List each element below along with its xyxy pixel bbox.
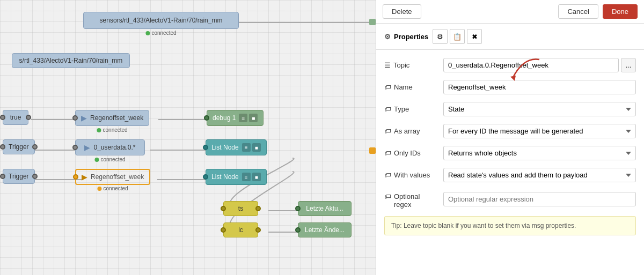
node-debug[interactable]: debug 1 ≡ ■: [207, 110, 264, 126]
port-right: [32, 144, 38, 150]
canvas-area: sensors/rtl_433/AlectoV1-Rain/70/rain_mm…: [0, 0, 376, 275]
with-values-row: 🏷 With values Read state's values and ad…: [384, 168, 636, 182]
node-trigger-2[interactable]: Trigger: [3, 169, 35, 184]
port-left: [204, 115, 209, 121]
tip-box: Tip: Leave topic blank if you want to se…: [384, 216, 636, 235]
node-menu-icon[interactable]: ≡: [242, 143, 251, 152]
toolbar: Delete Cancel Done: [376, 0, 644, 24]
name-icon: 🏷: [384, 83, 391, 91]
port-left: [0, 174, 5, 179]
node-menu-icon[interactable]: ≡: [239, 114, 247, 122]
node-label: Trigger: [9, 173, 29, 180]
node-arrow: ▶: [82, 173, 87, 181]
as-array-icon: 🏷: [384, 127, 391, 135]
with-values-label: 🏷 With values: [384, 171, 438, 179]
node-label: sensors/rtl_433/AlectoV1-Rain/70/rain_mm: [100, 17, 223, 24]
node-sensor-2[interactable]: s/rtl_433/AlectoV1-Rain/70/rain_mm: [12, 53, 130, 68]
node-menu-icon[interactable]: ≡: [242, 173, 251, 181]
type-select[interactable]: State Channel Device: [443, 102, 636, 116]
form-area: ☰ Topic ... 🏷 Name 🏷: [376, 50, 644, 275]
name-label: 🏷 Name: [384, 83, 438, 91]
connected-label: connected: [104, 185, 128, 191]
port-left: [72, 115, 78, 121]
with-values-select[interactable]: Read state's values and add them to payl…: [443, 168, 636, 182]
port-left: [0, 144, 5, 150]
node-toggle-icon[interactable]: ■: [252, 143, 261, 152]
node-label: Regenoffset_week: [91, 173, 144, 181]
toolbar-left: Delete: [383, 4, 554, 19]
port-left: [203, 145, 208, 150]
done-button[interactable]: Done: [603, 4, 638, 19]
node-letzte-aktu[interactable]: Letzte Aktu...: [298, 201, 352, 216]
node-label: List Node: [211, 144, 239, 151]
only-ids-label: 🏷 Only IDs: [384, 149, 438, 157]
node-label: List Node: [211, 173, 239, 181]
connected-dot: [97, 128, 101, 132]
connected-label: connected: [103, 127, 128, 133]
node-ts[interactable]: ts: [223, 201, 258, 216]
settings-icon-btn[interactable]: ⚙: [433, 29, 448, 44]
with-values-icon: 🏷: [384, 171, 391, 179]
node-userdata[interactable]: ▶ 0_userdata.0.* connected: [75, 139, 145, 155]
topic-icon: ☰: [384, 61, 391, 69]
cancel-button[interactable]: Cancel: [558, 4, 598, 19]
port-left: [295, 206, 301, 211]
port-left: [72, 145, 78, 150]
as-array-select[interactable]: For every ID the message will be generat…: [443, 124, 636, 138]
as-array-label: 🏷 As array: [384, 127, 438, 135]
connected-dot: [145, 31, 150, 35]
node-sensor-top[interactable]: sensors/rtl_433/AlectoV1-Rain/70/rain_mm…: [83, 12, 239, 29]
node-list-2[interactable]: List Node ≡ ■: [206, 169, 267, 185]
properties-tab[interactable]: ⚙ Properties: [384, 33, 428, 41]
type-icon: 🏷: [384, 105, 391, 113]
node-lc[interactable]: lc: [223, 222, 258, 237]
close-icon-btn[interactable]: ✖: [467, 29, 482, 44]
port-left: [203, 174, 208, 180]
node-letzte-aende[interactable]: Letzte Ände...: [298, 222, 352, 237]
node-label: Trigger: [9, 143, 29, 151]
optional-regex-input[interactable]: [443, 192, 636, 206]
connected-label: connected: [100, 157, 125, 162]
node-label: true: [10, 114, 21, 121]
topic-browse-button[interactable]: ...: [621, 58, 636, 72]
node-arrow: ▶: [84, 143, 90, 152]
optional-regex-icon: 🏷: [384, 192, 391, 200]
port-right: [32, 174, 38, 179]
topic-label: ☰ Topic: [384, 61, 438, 69]
port-left: [221, 227, 226, 233]
only-ids-select[interactable]: Returns whole objects Returns only IDs: [443, 146, 636, 160]
only-ids-row: 🏷 Only IDs Returns whole objects Returns…: [384, 146, 636, 160]
port-right: [255, 206, 261, 211]
port-right: [255, 227, 261, 233]
node-toggle-icon[interactable]: ■: [252, 173, 261, 181]
node-toggle-icon[interactable]: ■: [249, 114, 258, 122]
right-panel: Delete Cancel Done ⚙ Properties ⚙ 📋 ✖ ☰ …: [376, 0, 644, 275]
clipboard-icon-btn[interactable]: 📋: [450, 29, 465, 44]
gear-icon: ⚙: [384, 33, 391, 41]
delete-button[interactable]: Delete: [383, 4, 421, 19]
properties-title: Properties: [394, 33, 428, 41]
as-array-row: 🏷 As array For every ID the message will…: [384, 124, 636, 138]
node-trigger-1[interactable]: Trigger: [3, 139, 35, 154]
port-left: [0, 115, 5, 120]
node-label: Regenoffset_week: [90, 114, 143, 122]
node-regenoffset-blue[interactable]: ▶ Regenoffset_week connected: [75, 110, 149, 126]
red-arrow-annotation: [507, 54, 550, 86]
header-icons: ⚙ 📋 ✖: [433, 29, 482, 44]
tip-text: Tip: Leave topic blank if you want to se…: [391, 222, 576, 229]
type-row: 🏷 Type State Channel Device: [384, 102, 636, 116]
node-true[interactable]: true: [3, 110, 28, 125]
only-ids-icon: 🏷: [384, 149, 391, 157]
port-left: [221, 206, 226, 211]
node-arrow: ▶: [81, 114, 87, 122]
right-edge-dot: [369, 19, 376, 25]
node-regenoffset-orange[interactable]: ▶ Regenoffset_week connected: [75, 169, 150, 185]
right-edge-dot-orange: [369, 147, 376, 154]
optional-regex-label: 🏷 Optional regex: [384, 190, 438, 209]
connected-dot: [98, 187, 102, 191]
port-right: [26, 115, 31, 120]
node-label: Letzte Aktu...: [306, 205, 343, 212]
node-label: debug 1: [213, 114, 236, 122]
node-list-1[interactable]: List Node ≡ ■: [206, 139, 267, 155]
node-label: 0_userdata.0.*: [93, 144, 135, 151]
